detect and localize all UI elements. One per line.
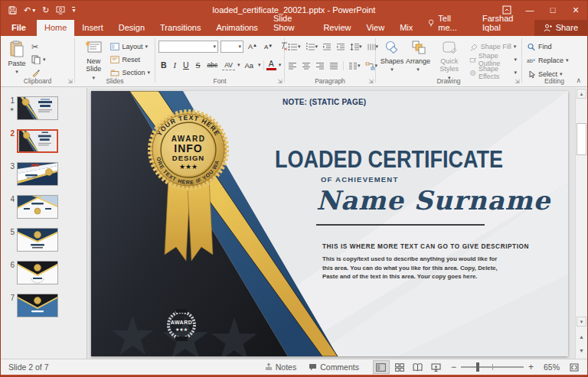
tab-design[interactable]: Design xyxy=(111,20,152,36)
shape-fill-button[interactable]: Shape Fill▾ xyxy=(469,41,517,52)
character-spacing-button[interactable]: AV xyxy=(222,60,235,70)
text-shadow-button[interactable]: abc xyxy=(205,60,220,70)
next-slide-button[interactable]: ▼ xyxy=(577,346,586,356)
save-icon[interactable] xyxy=(8,6,17,15)
slide-indicator[interactable]: Slide 2 of 7 xyxy=(5,362,49,372)
tab-animations[interactable]: Animations xyxy=(208,20,265,36)
status-bar: Slide 2 of 7 Notes Comments xyxy=(1,359,587,376)
paragraph-dialog-launcher[interactable]: ⇲ xyxy=(368,78,374,85)
new-slide-button[interactable]: New Slide▾ xyxy=(78,39,109,83)
certificate-name[interactable]: Name Surname xyxy=(316,185,550,216)
tab-home[interactable]: Home xyxy=(37,20,74,36)
justify-icon[interactable] xyxy=(329,62,338,70)
scroll-down-button[interactable]: ▼ xyxy=(577,317,586,327)
tab-insert[interactable]: Insert xyxy=(74,20,111,36)
thumbnail-slide-1[interactable]: 1✶ xyxy=(4,96,87,120)
italic-button[interactable]: I xyxy=(172,60,179,70)
thumbnail-slide-5[interactable]: 5 xyxy=(4,228,87,252)
bold-button[interactable]: B xyxy=(158,60,169,70)
layout-button[interactable]: Layout▾ xyxy=(110,41,150,52)
certificate-subtitle[interactable]: OF ACHIEVEMENT xyxy=(321,175,398,184)
slide-sorter-view-button[interactable] xyxy=(391,360,408,374)
numbering-icon[interactable]: ▾ xyxy=(305,43,318,51)
customize-qat-button[interactable]: ▾ xyxy=(72,7,75,14)
zoom-out-button[interactable]: − xyxy=(451,362,456,372)
comments-button[interactable]: Comments xyxy=(305,361,362,373)
normal-view-button[interactable] xyxy=(373,360,390,374)
tab-review[interactable]: Review xyxy=(315,20,358,36)
zoom-percentage[interactable]: 65% xyxy=(540,362,560,372)
tab-file[interactable]: File xyxy=(1,20,37,36)
align-left-icon[interactable] xyxy=(288,62,297,70)
quick-styles-button[interactable]: Quick Styles▾ xyxy=(431,39,468,83)
arrange-button[interactable]: Arrange▾ xyxy=(405,39,431,74)
zoom-slider-thumb[interactable] xyxy=(476,362,479,372)
cut-button[interactable]: ✂ xyxy=(31,41,46,52)
bullets-icon[interactable]: ▾ xyxy=(288,43,301,51)
close-button[interactable]: × xyxy=(564,1,587,19)
align-right-icon[interactable] xyxy=(315,62,325,70)
tab-slide-show[interactable]: Slide Show xyxy=(266,11,316,36)
change-case-button[interactable]: Aa xyxy=(242,60,256,70)
decrease-font-size-button[interactable]: A▼ xyxy=(262,43,275,51)
user-name[interactable]: Farshad Iqbal xyxy=(473,11,534,36)
zoom-slider[interactable] xyxy=(461,366,524,368)
columns-icon[interactable]: ▾ xyxy=(348,62,361,70)
underline-button[interactable]: U xyxy=(181,60,191,70)
tab-mix[interactable]: Mix xyxy=(392,20,420,36)
copy-button[interactable]: ▾ xyxy=(31,54,46,65)
shape-outline-button[interactable]: Shape Outline▾ xyxy=(469,54,517,65)
increase-font-size-button[interactable]: A▲ xyxy=(246,42,260,51)
paste-button[interactable]: Paste▾ xyxy=(4,39,30,76)
drawing-dialog-launcher[interactable]: ⇲ xyxy=(514,78,520,85)
font-size-combobox[interactable]: ▾ xyxy=(220,41,243,53)
scroll-up-button[interactable]: ▲ xyxy=(577,89,586,99)
thumbnail-slide-7[interactable]: 7 xyxy=(4,294,87,317)
reading-view-button[interactable] xyxy=(410,360,426,374)
tab-view[interactable]: View xyxy=(358,20,392,36)
description-heading[interactable]: THIS IS WHERE MORE TEXT CAN GO TO GIVE D… xyxy=(322,243,529,250)
slide-note-text[interactable]: NOTE: (STATIC PAGE) xyxy=(283,98,366,106)
vertical-scrollbar[interactable]: ▲ ▼ ▲ ▼ xyxy=(575,88,587,359)
start-slideshow-icon[interactable] xyxy=(56,6,65,15)
decrease-indent-icon[interactable] xyxy=(322,43,332,51)
format-painter-button[interactable] xyxy=(31,67,46,78)
font-name-combobox[interactable]: ▾ xyxy=(158,41,218,53)
font-dialog-launcher[interactable]: ⇲ xyxy=(277,78,283,85)
thumbnail-slide-3[interactable]: 3 xyxy=(4,162,87,186)
tell-me-box[interactable]: Tell me... xyxy=(420,11,473,36)
replace-button[interactable]: ab Replace▾ xyxy=(527,55,569,66)
shape-effects-button[interactable]: Shape Effects▾ xyxy=(469,67,517,78)
increase-indent-icon[interactable] xyxy=(336,43,345,51)
align-center-icon[interactable] xyxy=(302,62,311,70)
scrollbar-thumb[interactable] xyxy=(577,123,586,155)
description-body[interactable]: This is copy/text used to describe anyth… xyxy=(322,255,505,281)
line-spacing-icon[interactable]: ▾ xyxy=(350,43,362,51)
fit-slide-to-window-button[interactable] xyxy=(566,360,583,374)
previous-slide-button[interactable]: ▲ xyxy=(577,332,586,342)
group-clipboard: Paste▾ ✂ ▾ Clipboard ⇲ xyxy=(1,36,74,86)
tab-transitions[interactable]: Transitions xyxy=(152,20,208,36)
share-button[interactable]: Share xyxy=(534,20,587,36)
shapes-button[interactable]: Shapes▾ xyxy=(379,39,405,74)
clipboard-dialog-launcher[interactable]: ⇲ xyxy=(67,78,73,85)
certificate-title[interactable]: LOADED CERTIFICATE xyxy=(275,146,497,174)
reset-button[interactable]: Reset xyxy=(110,54,150,65)
font-color-button[interactable]: A xyxy=(266,60,276,70)
current-slide[interactable]: ★ ★ ★ YOUR TEXT HERE AWARD INFO xyxy=(91,91,568,356)
notes-button[interactable]: Notes xyxy=(262,361,299,373)
maximize-button[interactable]: □ xyxy=(541,1,564,19)
find-button[interactable]: Find xyxy=(527,41,569,52)
thumbnail-slide-6[interactable]: 6 xyxy=(4,261,87,284)
section-button[interactable]: Section▾ xyxy=(110,67,150,78)
slideshow-view-button[interactable] xyxy=(428,360,445,374)
svg-text:★: ★ xyxy=(207,306,261,356)
slide-canvas[interactable]: ★ ★ ★ YOUR TEXT HERE AWARD INFO xyxy=(87,88,575,359)
redo-button[interactable]: ↻ xyxy=(42,5,49,15)
strikethrough-button[interactable]: S xyxy=(194,60,203,70)
zoom-in-button[interactable]: + xyxy=(528,362,534,372)
undo-button[interactable]: ↶▾ xyxy=(24,5,35,15)
collapse-ribbon-button[interactable]: ∧ xyxy=(576,76,581,84)
thumbnail-slide-4[interactable]: 4 xyxy=(4,195,87,219)
thumbnail-slide-2[interactable]: 2 xyxy=(4,129,87,153)
